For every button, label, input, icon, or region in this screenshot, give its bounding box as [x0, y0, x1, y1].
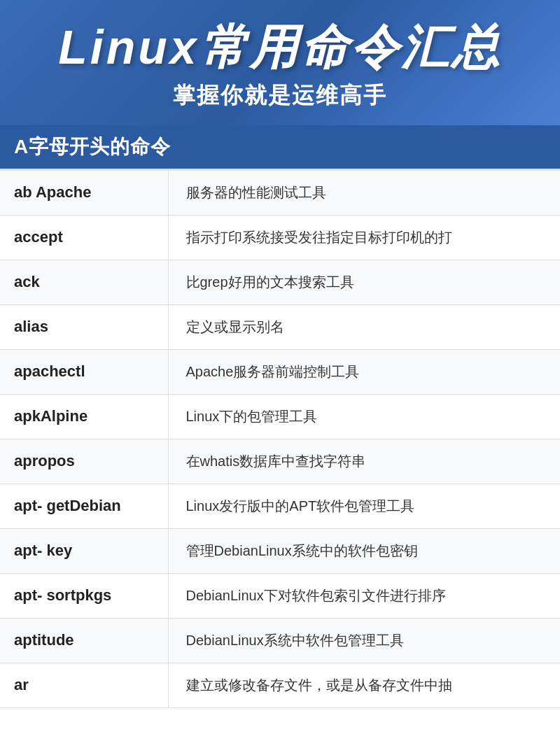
- table-row: apt- getDebianLinux发行版中的APT软件包管理工具: [0, 484, 560, 528]
- table-row: ab Apache服务器的性能测试工具: [0, 171, 560, 216]
- command-name: alias: [0, 304, 168, 349]
- header-section: Linux常用命令汇总 掌握你就是运维高手: [0, 0, 560, 125]
- table-row: alias定义或显示别名: [0, 304, 560, 349]
- main-title: Linux常用命令汇总: [14, 21, 546, 73]
- table-row: ack比grep好用的文本搜索工具: [0, 260, 560, 304]
- command-name: apt- getDebian: [0, 484, 168, 528]
- command-desc: 管理DebianLinux系统中的软件包密钥: [168, 528, 560, 573]
- command-desc: 建立或修改备存文件，或是从备存文件中抽: [168, 663, 560, 707]
- command-desc: 服务器的性能测试工具: [168, 171, 560, 216]
- command-name: ar: [0, 663, 168, 707]
- command-name: apkAlpine: [0, 394, 168, 439]
- command-name: ack: [0, 260, 168, 304]
- command-desc: 在whatis数据库中查找字符串: [168, 439, 560, 484]
- command-desc: 比grep好用的文本搜索工具: [168, 260, 560, 304]
- commands-table: ab Apache服务器的性能测试工具accept指示打印系统接受发往指定目标打…: [0, 171, 560, 708]
- table-row: aptitudeDebianLinux系统中软件包管理工具: [0, 618, 560, 663]
- table-row: apt- sortpkgsDebianLinux下对软件包索引文件进行排序: [0, 573, 560, 618]
- command-desc: 指示打印系统接受发往指定目标打印机的打: [168, 215, 560, 260]
- page-container: Linux常用命令汇总 掌握你就是运维高手 A字母开头的命令 ab Apache…: [0, 0, 560, 708]
- command-name: accept: [0, 215, 168, 260]
- table-row: apachectlApache服务器前端控制工具: [0, 349, 560, 394]
- table-row: apkAlpineLinux下的包管理工具: [0, 394, 560, 439]
- command-desc: DebianLinux下对软件包索引文件进行排序: [168, 573, 560, 618]
- table-row: apt- key管理DebianLinux系统中的软件包密钥: [0, 528, 560, 573]
- section-title: A字母开头的命令: [14, 134, 171, 160]
- command-name: ab Apache: [0, 171, 168, 216]
- command-desc: 定义或显示别名: [168, 304, 560, 349]
- command-name: apropos: [0, 439, 168, 484]
- table-row: accept指示打印系统接受发往指定目标打印机的打: [0, 215, 560, 260]
- section-header: A字母开头的命令: [0, 125, 560, 169]
- command-desc: Linux下的包管理工具: [168, 394, 560, 439]
- subtitle: 掌握你就是运维高手: [14, 80, 546, 111]
- command-desc: DebianLinux系统中软件包管理工具: [168, 618, 560, 663]
- command-desc: Apache服务器前端控制工具: [168, 349, 560, 394]
- command-desc: Linux发行版中的APT软件包管理工具: [168, 484, 560, 528]
- table-row: ar建立或修改备存文件，或是从备存文件中抽: [0, 663, 560, 707]
- command-name: apt- key: [0, 528, 168, 573]
- command-name: aptitude: [0, 618, 168, 663]
- command-name: apachectl: [0, 349, 168, 394]
- table-row: apropos在whatis数据库中查找字符串: [0, 439, 560, 484]
- command-name: apt- sortpkgs: [0, 573, 168, 618]
